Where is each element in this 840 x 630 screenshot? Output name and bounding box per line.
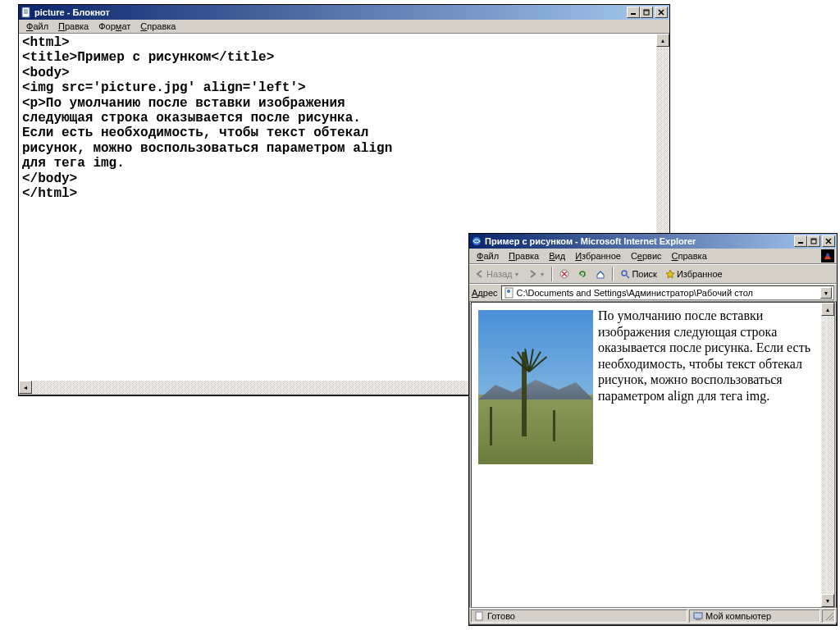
maximize-button[interactable] [807,235,820,247]
notepad-text[interactable]: <html> <title>Пример с рисунком</title> … [19,34,669,203]
ie-titlebar[interactable]: Пример с рисунком - Microsoft Internet E… [469,234,837,249]
svg-rect-22 [505,288,513,298]
address-label: Адрес [472,288,498,298]
svg-rect-0 [22,7,30,17]
close-button[interactable] [655,7,668,18]
address-text: C:\Documents and Settings\Администратор\… [517,288,753,298]
menu-edit[interactable]: Правка [504,250,544,262]
ie-client: По умолчанию после вставки изображения с… [471,302,835,608]
svg-line-27 [826,613,833,620]
refresh-icon [578,269,587,279]
menu-help[interactable]: Справка [135,21,180,32]
menu-edit[interactable]: Правка [53,21,94,32]
refresh-button[interactable] [574,268,591,280]
menu-help[interactable]: Справка [667,250,712,262]
svg-point-23 [507,290,510,293]
svg-rect-25 [694,613,702,619]
page-icon [475,611,485,621]
status-zone: Мой компьютер [689,609,820,623]
page-text: По умолчанию после вставки изображения с… [598,308,810,403]
status-resize-grip[interactable] [822,609,835,623]
favorites-button[interactable]: Избранное [662,268,726,280]
back-arrow-icon [475,269,485,279]
ie-statusbar: Готово Мой компьютер [469,608,837,623]
scrollbar-vertical[interactable]: ▴ ▾ [821,303,834,607]
notepad-menubar: Файл Правка Формат Справка [19,20,669,34]
scroll-up-button[interactable]: ▴ [656,34,669,47]
back-button[interactable]: Назад ▼ [472,268,523,280]
notepad-title: picture - Блокнот [34,7,627,17]
ie-toolbar: Назад ▼ ▼ Поиск Избранное [469,264,837,284]
scroll-left-button[interactable]: ◂ [19,381,32,394]
toolbar-separator [551,267,553,281]
computer-icon [693,611,703,621]
favorites-icon [665,269,675,279]
toolbar-separator [612,267,614,281]
address-input[interactable]: C:\Documents and Settings\Администратор\… [501,285,835,300]
menu-tools[interactable]: Сервис [626,250,667,262]
notepad-titlebar[interactable]: picture - Блокнот [19,5,669,20]
page-image [478,310,593,464]
close-button[interactable] [822,235,835,247]
forward-arrow-icon [527,269,537,279]
page-icon [504,287,515,299]
svg-point-16 [826,253,829,257]
ie-addressbar: Адрес C:\Documents and Settings\Админист… [469,284,837,302]
ie-title: Пример с рисунком - Microsoft Internet E… [485,236,794,246]
stop-button[interactable] [556,268,573,280]
address-dropdown-button[interactable]: ▾ [820,287,832,299]
home-icon [596,269,605,279]
search-icon [620,269,630,279]
menu-file[interactable]: Файл [21,21,53,32]
scroll-up-button[interactable]: ▴ [821,303,834,316]
ie-menubar: Файл Правка Вид Избранное Сервис Справка [469,249,837,264]
menu-file[interactable]: Файл [472,250,504,262]
status-ready: Готово [471,609,687,623]
stop-icon [559,269,569,279]
ie-icon [471,235,482,247]
menu-favorites[interactable]: Избранное [570,250,626,262]
menu-view[interactable]: Вид [544,250,570,262]
minimize-button[interactable] [627,7,640,18]
scroll-down-button[interactable]: ▾ [821,594,834,607]
menu-format[interactable]: Формат [94,21,135,32]
forward-button[interactable]: ▼ [524,268,548,280]
search-button[interactable]: Поиск [617,268,660,280]
ie-window: Пример с рисунком - Microsoft Internet E… [468,233,838,626]
ie-page-content: По умолчанию после вставки изображения с… [472,303,834,409]
minimize-button[interactable] [794,235,807,247]
svg-line-21 [627,276,629,278]
scroll-track-v[interactable] [821,316,834,594]
maximize-button[interactable] [640,7,653,18]
svg-line-29 [833,619,833,620]
home-button[interactable] [592,268,609,280]
svg-point-20 [622,271,627,276]
notepad-icon [21,7,32,18]
svg-rect-26 [696,619,701,620]
ie-throbber-icon [821,249,834,262]
svg-rect-24 [476,612,482,620]
